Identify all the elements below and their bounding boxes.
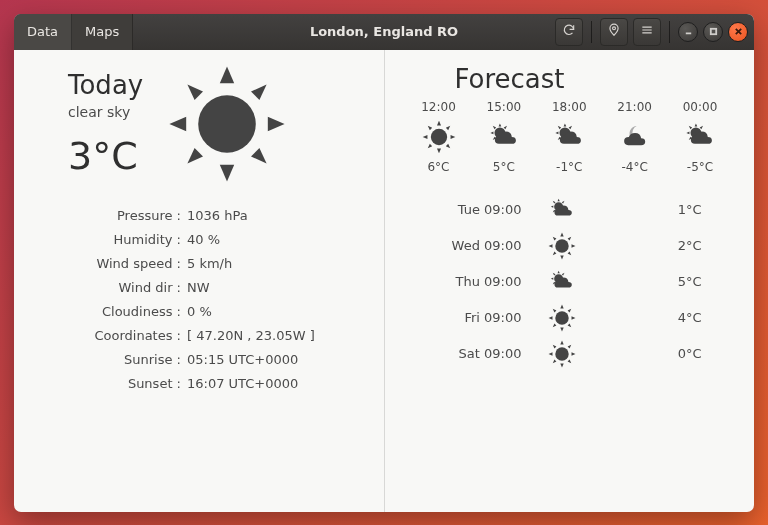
metric-label: Wind dir : [36, 276, 187, 300]
metric-row: Humidity :40 % [36, 228, 362, 252]
metric-value: 16:07 UTC+0000 [187, 372, 298, 396]
maximize-icon [709, 24, 718, 39]
metric-value: NW [187, 276, 210, 300]
minimize-icon [684, 24, 693, 39]
metric-label: Coordinates : [36, 324, 187, 348]
titlebar: Data Maps London, England RO [14, 14, 754, 50]
sunny-icon [542, 304, 582, 332]
day-row: Tue 09:001°C [407, 192, 733, 228]
hour-temperature: -4°C [607, 160, 663, 174]
tabs: Data Maps [14, 14, 133, 50]
metric-value: 40 % [187, 228, 220, 252]
metric-value: 05:15 UTC+0000 [187, 348, 298, 372]
metric-value: [ 47.20N , 23.05W ] [187, 324, 315, 348]
tab-label: Maps [85, 24, 119, 39]
day-row: Sat 09:000°C [407, 336, 733, 372]
today-heading: Today [68, 70, 143, 100]
weather-window: Data Maps London, England RO [14, 14, 754, 512]
day-label: Fri 09:00 [407, 310, 542, 325]
metric-label: Sunrise : [36, 348, 187, 372]
daily-forecast-list: Tue 09:001°CWed 09:002°CThu 09:005°CFri … [407, 192, 733, 372]
day-label: Sat 09:00 [407, 346, 542, 361]
hour-time: 18:00 [541, 100, 597, 114]
day-temperature: 1°C [582, 202, 702, 217]
day-label: Wed 09:00 [407, 238, 542, 253]
hour-cell: 21:00-4°C [607, 100, 663, 174]
hour-temperature: -1°C [541, 160, 597, 174]
day-temperature: 2°C [582, 238, 702, 253]
day-row: Thu 09:005°C [407, 264, 733, 300]
metric-value: 5 km/h [187, 252, 232, 276]
hour-temperature: -5°C [672, 160, 728, 174]
locate-button[interactable] [600, 18, 628, 46]
partly-cloudy-icon [541, 118, 597, 156]
refresh-icon [562, 23, 576, 40]
content-area: Today clear sky 3°C Pressure :1036 hPaHu… [14, 50, 754, 512]
separator [591, 21, 592, 43]
close-button[interactable] [728, 22, 748, 42]
metric-row: Cloudiness :0 % [36, 300, 362, 324]
minimize-button[interactable] [678, 22, 698, 42]
day-temperature: 5°C [582, 274, 702, 289]
day-label: Tue 09:00 [407, 202, 542, 217]
day-temperature: 0°C [582, 346, 702, 361]
partly-cloudy-night-icon [607, 118, 663, 156]
partly-cloudy-icon [672, 118, 728, 156]
today-temperature: 3°C [68, 134, 143, 178]
metric-row: Coordinates :[ 47.20N , 23.05W ] [36, 324, 362, 348]
sunny-icon [542, 232, 582, 260]
metric-label: Sunset : [36, 372, 187, 396]
day-label: Thu 09:00 [407, 274, 542, 289]
titlebar-controls [555, 18, 754, 46]
tab-data[interactable]: Data [14, 14, 72, 50]
svg-point-15 [613, 27, 616, 30]
tab-maps[interactable]: Maps [72, 14, 133, 50]
sunny-icon [542, 340, 582, 368]
forecast-pane: Forecast 12:006°C15:005°C18:00-1°C21:00-… [385, 50, 755, 512]
metrics-list: Pressure :1036 hPaHumidity :40 %Wind spe… [36, 204, 362, 396]
today-pane: Today clear sky 3°C Pressure :1036 hPaHu… [14, 50, 385, 512]
metric-label: Pressure : [36, 204, 187, 228]
hour-time: 15:00 [476, 100, 532, 114]
metric-label: Wind speed : [36, 252, 187, 276]
metric-row: Sunrise :05:15 UTC+0000 [36, 348, 362, 372]
hour-temperature: 6°C [411, 160, 467, 174]
partly-cloudy-icon [476, 118, 532, 156]
sunny-icon [167, 64, 287, 184]
day-row: Fri 09:004°C [407, 300, 733, 336]
day-row: Wed 09:002°C [407, 228, 733, 264]
partly-cloudy-icon [542, 196, 582, 224]
hour-time: 12:00 [411, 100, 467, 114]
hourly-forecast-row: 12:006°C15:005°C18:00-1°C21:00-4°C00:00-… [407, 100, 733, 186]
partly-cloudy-icon [542, 268, 582, 296]
forecast-heading: Forecast [407, 64, 733, 94]
sunny-icon [411, 118, 467, 156]
day-temperature: 4°C [582, 310, 702, 325]
hamburger-menu-button[interactable] [633, 18, 661, 46]
maximize-button[interactable] [703, 22, 723, 42]
svg-rect-20 [710, 29, 715, 34]
today-summary: Today clear sky 3°C [36, 70, 143, 178]
location-pin-icon [607, 23, 621, 40]
metric-value: 0 % [187, 300, 212, 324]
metric-label: Humidity : [36, 228, 187, 252]
hour-cell: 18:00-1°C [541, 100, 597, 174]
metric-row: Wind dir :NW [36, 276, 362, 300]
today-header: Today clear sky 3°C [36, 64, 362, 184]
refresh-button[interactable] [555, 18, 583, 46]
hour-time: 21:00 [607, 100, 663, 114]
metric-row: Sunset :16:07 UTC+0000 [36, 372, 362, 396]
hour-cell: 15:005°C [476, 100, 532, 174]
tab-label: Data [27, 24, 58, 39]
hour-cell: 00:00-5°C [672, 100, 728, 174]
metric-row: Pressure :1036 hPa [36, 204, 362, 228]
today-description: clear sky [68, 104, 143, 120]
hamburger-icon [640, 23, 654, 40]
hour-time: 00:00 [672, 100, 728, 114]
close-icon [734, 24, 743, 39]
metric-label: Cloudiness : [36, 300, 187, 324]
metric-row: Wind speed :5 km/h [36, 252, 362, 276]
metric-value: 1036 hPa [187, 204, 248, 228]
hour-temperature: 5°C [476, 160, 532, 174]
window-title: London, England RO [310, 24, 458, 39]
